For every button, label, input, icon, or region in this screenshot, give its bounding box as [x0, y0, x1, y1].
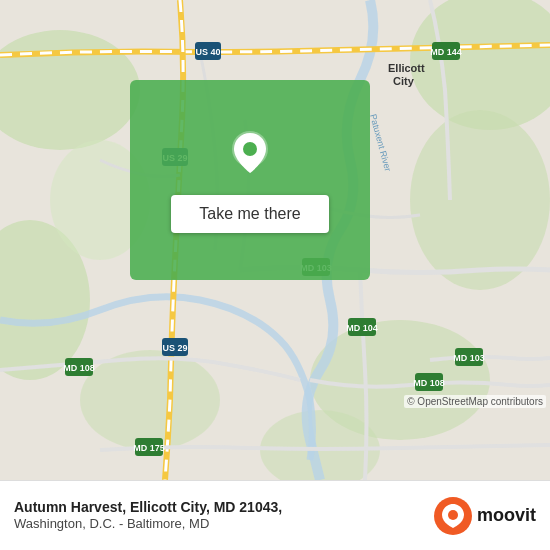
- svg-text:US 29: US 29: [162, 343, 187, 353]
- location-pin-icon: [224, 127, 276, 179]
- svg-text:MD 144: MD 144: [430, 47, 462, 57]
- navigation-overlay: Take me there: [130, 80, 370, 280]
- svg-text:City: City: [393, 75, 415, 87]
- svg-point-6: [80, 350, 220, 450]
- bottom-info-bar: Autumn Harvest, Ellicott City, MD 21043,…: [0, 480, 550, 550]
- take-me-there-button[interactable]: Take me there: [171, 195, 328, 233]
- svg-text:MD 108: MD 108: [63, 363, 95, 373]
- map-attribution: © OpenStreetMap contributors: [404, 395, 546, 408]
- moovit-logo: moovit: [433, 496, 536, 536]
- svg-text:MD 103: MD 103: [453, 353, 485, 363]
- moovit-brand-text: moovit: [477, 505, 536, 526]
- location-info: Autumn Harvest, Ellicott City, MD 21043,…: [14, 498, 433, 533]
- location-name: Autumn Harvest, Ellicott City, MD 21043,: [14, 498, 433, 516]
- svg-text:MD 108: MD 108: [413, 378, 445, 388]
- attribution-text: © OpenStreetMap contributors: [407, 396, 543, 407]
- svg-text:MD 175: MD 175: [133, 443, 165, 453]
- svg-point-4: [410, 110, 550, 290]
- location-region: Washington, D.C. - Baltimore, MD: [14, 516, 433, 533]
- svg-text:MD 104: MD 104: [346, 323, 378, 333]
- map-area: US 40 US 29 US 29 MD 103 MD 108 MD 108 M…: [0, 0, 550, 480]
- svg-point-33: [243, 142, 257, 156]
- moovit-icon: [433, 496, 473, 536]
- svg-point-35: [448, 510, 458, 520]
- svg-text:Ellicott: Ellicott: [388, 62, 425, 74]
- svg-text:US 40: US 40: [195, 47, 220, 57]
